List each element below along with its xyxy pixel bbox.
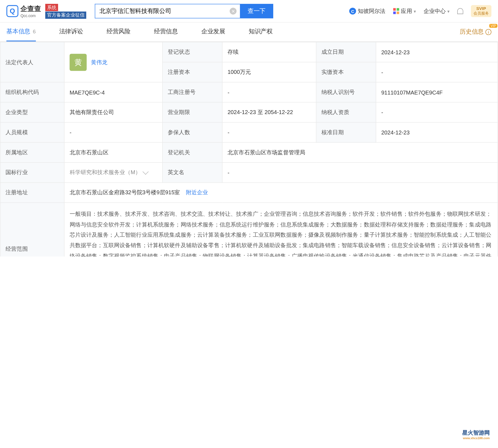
tab-biz-info[interactable]: 经营信息 [154,23,178,41]
tab-legal[interactable]: 法律诉讼 [59,23,83,41]
staff-size: - [64,122,162,142]
search-input[interactable] [95,4,240,18]
info-icon: i [485,29,491,35]
insured-label: 参保人数 [163,122,222,142]
tax-id-label: 纳税人识别号 [316,82,376,102]
zhibi-icon: C [349,8,356,15]
found-date: 2024-12-23 [376,42,498,62]
clear-icon[interactable]: ✕ [230,8,237,15]
industry-label: 国标行业 [0,163,64,183]
tax-id: 91110107MAE7QE9C4F [376,82,498,102]
company-info-table: 法定代表人 黄 黄伟龙 登记状态 存续 成立日期 2024-12-23 注册资本… [0,42,498,257]
main-tabs: 基本信息 6 法律诉讼 经营风险 经营信息 企业发展 知识产权 历史信息 i V… [0,23,498,42]
reg-status-label: 登记状态 [163,42,222,62]
biz-reg-label: 工商注册号 [163,82,222,102]
zhibi-link[interactable]: C 知彼阿尔法 [349,7,386,15]
region: 北京市石景山区 [64,142,162,163]
org-code-label: 组织机构代码 [0,82,64,102]
notification-button[interactable] [457,8,463,14]
tag-system: 系统 [45,4,58,11]
scope-text: 一般项目：技术服务、技术开发、技术咨询、技术交流、技术转让、技术推广；企业管理咨… [70,209,492,257]
approve-date-label: 核准日期 [316,122,376,142]
tab-risk[interactable]: 经营风险 [107,23,131,41]
insured: - [222,122,316,142]
reg-auth-label: 登记机关 [163,142,222,163]
tab-history[interactable]: 历史信息 i VIP [460,23,491,41]
logo-en: Qcc.com [20,14,41,18]
scope-label: 经营范围 [0,203,64,256]
tab-development[interactable]: 企业发展 [201,23,225,41]
tax-qual-label: 纳税人资质 [316,102,376,122]
staff-size-label: 人员规模 [0,122,64,142]
legal-rep-avatar: 黄 [70,54,87,71]
legal-rep-name[interactable]: 黄伟龙 [91,58,107,66]
enterprise-center-link[interactable]: 企业中心 ▾ [424,7,450,15]
industry-dropdown[interactable]: 科学研究和技术服务业（M） [70,169,157,176]
found-date-label: 成立日期 [316,42,376,62]
auth-tags: 系统 官方备案企业征信 [45,3,86,19]
org-code: MAE7QE9C-4 [64,82,162,102]
legal-rep-label: 法定代表人 [0,42,64,82]
reg-auth: 北京市石景山区市场监督管理局 [222,142,498,163]
address-label: 注册地址 [0,183,64,203]
biz-term-label: 营业期限 [163,102,222,122]
reg-capital-label: 注册资本 [163,62,222,82]
svip-badge[interactable]: SVIP 会员服务 [471,5,491,17]
tab-basic-info[interactable]: 基本信息 6 [6,23,36,41]
paid-capital-label: 实缴资本 [316,62,376,82]
address-cell: 北京市石景山区金府路32号院3号楼9层915室 附近企业 [64,183,497,203]
logo-icon: Q [6,5,18,17]
app-link[interactable]: 应用 ▾ [393,7,416,15]
ent-type-label: 企业类型 [0,102,64,122]
header: Q 企查查 Qcc.com 系统 官方备案企业征信 ✕ 查一下 C 知彼阿尔法 … [0,0,498,23]
tax-qual: - [376,102,498,122]
search-button[interactable]: 查一下 [240,4,273,18]
biz-reg: - [222,82,316,102]
reg-status: 存续 [222,42,316,62]
en-name: - [222,163,498,183]
logo-cn: 企查查 [20,4,41,14]
tag-auth: 官方备案企业征信 [45,12,86,19]
reg-capital: 1000万元 [222,62,316,82]
nearby-link[interactable]: 附近企业 [186,189,208,196]
approve-date: 2024-12-23 [376,122,498,142]
bell-icon [457,8,463,14]
region-label: 所属地区 [0,142,64,163]
vip-badge-icon: VIP [489,24,497,28]
app-grid-icon [393,8,399,14]
ent-type: 其他有限责任公司 [64,102,162,122]
paid-capital: - [376,62,498,82]
search-box: ✕ 查一下 [95,4,273,18]
chevron-down-icon [142,169,148,175]
tab-ip[interactable]: 知识产权 [249,23,273,41]
en-name-label: 英文名 [163,163,222,183]
biz-term: 2024-12-23 至 2054-12-22 [222,102,316,122]
logo[interactable]: Q 企查查 Qcc.com [6,4,41,18]
address: 北京市石景山区金府路32号院3号楼9层915室 [70,189,180,196]
